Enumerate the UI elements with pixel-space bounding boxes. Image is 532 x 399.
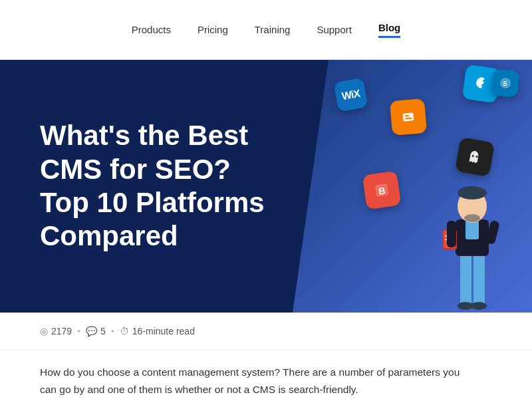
article-meta: ◎ 2179 • 💬 5 • ⏱ 16-minute read xyxy=(0,313,532,350)
nav-support[interactable]: Support xyxy=(317,21,352,38)
wix-icon: WiX xyxy=(333,77,368,112)
hero-section: What's the Best CMS for SEO? Top 10 Plat… xyxy=(0,60,532,313)
dot-separator-1: • xyxy=(77,326,80,336)
views-meta: ◎ 2179 xyxy=(40,326,72,336)
comments-meta: 💬 5 xyxy=(86,326,106,336)
views-count: 2179 xyxy=(51,326,72,336)
eye-icon: ◎ xyxy=(40,326,48,336)
extra-icon-1: S xyxy=(491,68,519,97)
hero-title: What's the Best CMS for SEO? Top 10 Plat… xyxy=(40,119,279,253)
nav-pricing[interactable]: Pricing xyxy=(198,21,228,38)
read-time-meta: ⏱ 16-minute read xyxy=(120,326,195,336)
main-nav: Products Pricing Training Support Blog xyxy=(132,19,401,41)
svg-rect-24 xyxy=(447,221,456,247)
clock-icon: ⏱ xyxy=(120,326,129,336)
svg-rect-1 xyxy=(403,112,414,121)
hero-text-block: What's the Best CMS for SEO? Top 10 Plat… xyxy=(0,86,319,287)
svg-point-18 xyxy=(458,186,487,200)
character-illustration xyxy=(432,166,512,313)
svg-point-13 xyxy=(471,302,487,310)
nav-products[interactable]: Products xyxy=(132,21,171,38)
bimber-icon: B xyxy=(362,171,402,210)
svg-rect-10 xyxy=(460,253,471,306)
blogger-icon xyxy=(390,98,427,136)
svg-text:B: B xyxy=(378,185,386,196)
read-time-label: 16-minute read xyxy=(132,326,195,336)
nav-training[interactable]: Training xyxy=(255,21,291,38)
svg-point-19 xyxy=(464,214,480,222)
article-intro: How do you choose a content management s… xyxy=(0,350,519,399)
intro-text: How do you choose a content management s… xyxy=(40,364,479,399)
nav-blog[interactable]: Blog xyxy=(378,19,400,41)
comment-icon: 💬 xyxy=(86,326,97,336)
svg-rect-11 xyxy=(473,253,485,306)
comments-count: 5 xyxy=(100,326,106,336)
dot-separator-2: • xyxy=(111,326,114,336)
site-header: Products Pricing Training Support Blog xyxy=(0,0,532,60)
svg-text:S: S xyxy=(502,80,507,88)
